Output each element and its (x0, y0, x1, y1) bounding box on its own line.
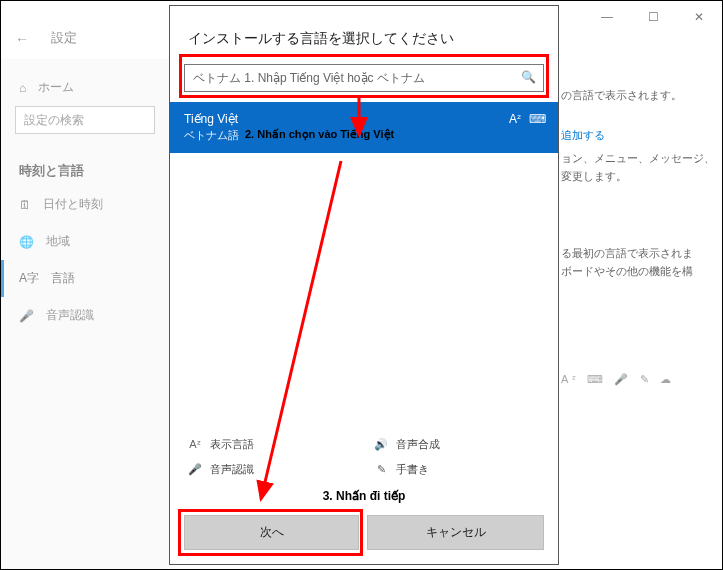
sidebar-item-speech[interactable]: 🎤 音声認識 (1, 297, 169, 334)
calendar-icon: 🗓 (19, 198, 31, 212)
legend-label: 音声合成 (396, 437, 440, 452)
sidebar-item-label: 日付と時刻 (43, 196, 103, 213)
pen-icon: ✎ (374, 463, 388, 476)
display-icon: Aᶻ (188, 438, 202, 451)
legend-display: Aᶻ表示言語 (188, 437, 354, 452)
legend-tts: 🔊音声合成 (374, 437, 540, 452)
close-button[interactable]: ✕ (676, 1, 722, 33)
dialog-search: 🔍 (184, 64, 544, 92)
legend-label: 音声認識 (210, 462, 254, 477)
display-language-icon: Aᶻ (509, 112, 521, 126)
sidebar-item-language[interactable]: A字 言語 (1, 260, 169, 297)
sidebar-home[interactable]: ⌂ ホーム (1, 69, 169, 106)
sidebar: ⌂ ホーム 時刻と言語 🗓 日付と時刻 🌐 地域 A字 言語 🎤 音声認識 (1, 59, 169, 569)
feature-icon-row: Aᶻ ⌨ 🎤 ✎ ☁ (561, 373, 675, 386)
add-language-link[interactable]: 追加する (561, 127, 716, 145)
mic-icon: 🎤 (188, 463, 202, 476)
search-icon: 🔍 (521, 70, 536, 84)
language-install-dialog: インストールする言語を選択してください 🔍 Tiếng Việt ベトナム語 2… (169, 5, 559, 565)
bg-line: 変更します。 (561, 168, 716, 186)
next-button-wrap: 次へ (184, 515, 359, 550)
dialog-title: インストールする言語を選択してください (170, 6, 558, 64)
sidebar-item-label: 音声認識 (46, 307, 94, 324)
sidebar-search-input[interactable] (15, 106, 155, 134)
keyboard-icon: ⌨ (529, 112, 546, 126)
maximize-button[interactable]: ☐ (630, 1, 676, 33)
annotation-text-2: 2. Nhấn chọn vào Tiếng Việt (245, 128, 394, 143)
language-primary-name: Tiếng Việt (184, 112, 544, 126)
legend-label: 表示言語 (210, 437, 254, 452)
home-icon: ⌂ (19, 81, 26, 95)
dialog-body (170, 153, 558, 431)
sidebar-item-label: 地域 (46, 233, 70, 250)
sidebar-item-region[interactable]: 🌐 地域 (1, 223, 169, 260)
mic-icon: 🎤 (19, 309, 34, 323)
legend-speech: 🎤音声認識 (188, 462, 354, 477)
sidebar-search[interactable] (15, 106, 155, 134)
sidebar-item-datetime[interactable]: 🗓 日付と時刻 (1, 186, 169, 223)
bg-line: の言語で表示されます。 (561, 87, 716, 105)
language-icon: A字 (19, 270, 39, 287)
legend-label: 手書き (396, 462, 429, 477)
next-button[interactable]: 次へ (184, 515, 359, 550)
bg-line: ョン、メニュー、メッセージ、 (561, 150, 716, 168)
speaker-icon: 🔊 (374, 438, 388, 451)
back-button[interactable]: ← (15, 31, 29, 47)
annotation-text-3: 3. Nhấn đi tiếp (170, 489, 558, 503)
language-search-input[interactable] (184, 64, 544, 92)
globe-icon: 🌐 (19, 235, 34, 249)
bg-line: ボードやその他の機能を構 (561, 263, 716, 281)
cancel-button[interactable]: キャンセル (367, 515, 544, 550)
language-result-item[interactable]: Tiếng Việt ベトナム語 2. Nhấn chọn vào Tiếng … (170, 102, 558, 153)
sidebar-item-label: 言語 (51, 270, 75, 287)
language-secondary-name: ベトナム語 (184, 128, 239, 143)
bg-line: る最初の言語で表示されま (561, 245, 716, 263)
sidebar-section-header: 時刻と言語 (1, 148, 169, 186)
background-text: の言語で表示されます。 追加する ョン、メニュー、メッセージ、 変更します。 る… (561, 87, 716, 281)
dialog-button-bar: 次へ キャンセル (170, 505, 558, 564)
app-title: 設定 (51, 29, 77, 47)
minimize-button[interactable]: — (584, 1, 630, 33)
sidebar-home-label: ホーム (38, 79, 74, 96)
legend-handwriting: ✎手書き (374, 462, 540, 477)
feature-legend: Aᶻ表示言語 🔊音声合成 🎤音声認識 ✎手書き (170, 431, 558, 489)
